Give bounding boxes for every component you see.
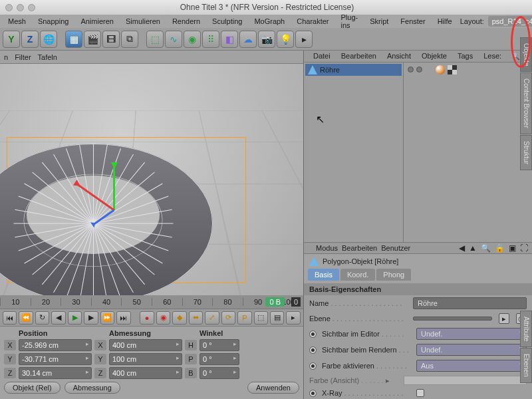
layout-selector[interactable]: psd_R14_c4d (Benutzer) — [488, 16, 532, 27]
goto-end-button[interactable]: ⏭ — [116, 311, 130, 325]
xray-radio[interactable] — [309, 390, 317, 397]
deformer-button[interactable]: ◧ — [221, 31, 238, 48]
pos-y-field[interactable]: -30.771 cm — [19, 353, 92, 365]
autokey-button[interactable]: ◉ — [156, 311, 170, 325]
axis-y-button[interactable]: Y — [3, 31, 20, 48]
array-button[interactable]: ⠿ — [202, 31, 219, 48]
objmgr-search-icon[interactable]: 🔍 — [511, 51, 520, 61]
menu-hilfe[interactable]: Hilfe — [432, 16, 458, 27]
key-rot-button[interactable]: ⟳ — [221, 311, 235, 325]
objmgr-menu-ansicht[interactable]: Ansicht — [383, 51, 415, 61]
generator-button[interactable]: ◉ — [184, 31, 201, 48]
vtab-objekte[interactable]: Objekte — [520, 37, 532, 72]
prop-layer-field[interactable] — [413, 317, 492, 321]
light-button[interactable]: 💡 — [277, 31, 294, 48]
tab-phong[interactable]: Phong — [376, 269, 411, 281]
goto-next-key-button[interactable]: ⏩ — [100, 311, 114, 325]
menu-animieren[interactable]: Animieren — [75, 16, 119, 27]
menu-snapping[interactable]: Snapping — [33, 16, 74, 27]
viewport-3d[interactable] — [0, 64, 303, 295]
menu-simulieren[interactable]: Simulieren — [120, 16, 166, 27]
objmgr-menu-tags[interactable]: Tags — [454, 51, 477, 61]
vtab-attribute[interactable]: Attribute — [520, 311, 532, 347]
attr-lock-icon[interactable]: 🔒 — [495, 243, 505, 253]
viewport-menu-n[interactable]: n — [4, 53, 8, 61]
frame-field[interactable]: 0 — [291, 297, 301, 307]
attr-menu-benutzer[interactable]: Benutzer — [381, 244, 410, 252]
attr-nav-up-icon[interactable]: ▲ — [469, 243, 477, 253]
attr-nav-back-icon[interactable]: ◀ — [459, 243, 465, 253]
objmgr-menu-lese[interactable]: Lese: — [479, 51, 505, 61]
record-button[interactable]: ● — [140, 311, 154, 325]
angle-b-field[interactable]: 0 ° — [200, 367, 239, 379]
vtab-struktur[interactable]: Struktur — [520, 135, 532, 170]
objmgr-menu-objekte[interactable]: Objekte — [418, 51, 451, 61]
more-tools-button[interactable]: ▸ — [295, 31, 313, 48]
cube-primitive-button[interactable]: ▦ — [65, 31, 82, 48]
object-row-roehre[interactable]: Röhre — [305, 64, 402, 76]
move-gizmo[interactable] — [73, 170, 153, 250]
axis-z-button[interactable]: Z — [21, 31, 39, 48]
spline-button[interactable]: ∿ — [165, 31, 182, 48]
angle-p-field[interactable]: 0 ° — [200, 353, 239, 365]
menu-fenster[interactable]: Fenster — [395, 16, 430, 27]
tab-koord[interactable]: Koord. — [340, 269, 375, 281]
attr-menu-bearbeiten[interactable]: Bearbeiten — [342, 244, 377, 252]
timeline-ruler[interactable]: 10 20 30 40 50 60 70 80 90 100 0 B 0 — [0, 295, 303, 309]
render-visibility-dot[interactable] — [416, 66, 422, 72]
key-pla-button[interactable]: ⬚ — [254, 311, 268, 325]
tab-basis[interactable]: Basis — [308, 269, 339, 281]
pos-x-field[interactable]: -25.969 cm — [19, 339, 92, 351]
goto-prev-key-button[interactable]: ⏪ — [19, 311, 33, 325]
environment-button[interactable]: ☁ — [239, 31, 257, 48]
gizmo-y-axis[interactable] — [113, 164, 115, 210]
vis-editor-radio[interactable] — [309, 331, 317, 338]
vtab-ebenen[interactable]: Ebenen — [520, 348, 532, 382]
render-view-button[interactable]: 🎬 — [84, 31, 101, 48]
size-z-field[interactable]: 400 cm — [109, 367, 182, 379]
key-selection-button[interactable]: ◆ — [172, 311, 186, 325]
size-x-field[interactable]: 400 cm — [109, 339, 182, 351]
color-enable-radio[interactable] — [309, 362, 317, 370]
vis-render-radio[interactable] — [309, 346, 317, 354]
step-back-button[interactable]: ◀ — [51, 311, 65, 325]
menu-plugins[interactable]: Plug-ins — [336, 12, 364, 31]
prop-vis-editor-field[interactable]: Undef. — [416, 328, 527, 340]
prop-vis-render-field[interactable]: Undef. — [416, 344, 527, 356]
apply-button[interactable]: Anwenden — [247, 382, 299, 394]
camera-button[interactable]: 📷 — [258, 31, 275, 48]
key-param-button[interactable]: P — [237, 311, 251, 325]
key-scale-button[interactable]: ⤢ — [205, 311, 219, 325]
phong-tag-icon[interactable] — [436, 65, 445, 74]
object-manager-tree[interactable]: Röhre — [304, 63, 532, 242]
goto-start-button[interactable]: ⏮ — [3, 311, 17, 325]
render-settings-button[interactable]: 🎞 — [102, 31, 120, 48]
editor-visibility-dot[interactable] — [408, 66, 414, 72]
loop-button[interactable]: ↻ — [35, 311, 49, 325]
gizmo-z-axis[interactable] — [92, 209, 114, 226]
prop-xray-checkbox[interactable] — [416, 389, 424, 397]
prop-color-enable-field[interactable]: Aus — [416, 360, 527, 372]
viewport-menu-filter[interactable]: Filter — [15, 53, 31, 61]
menu-mesh[interactable]: Mesh — [3, 16, 31, 27]
attr-new-icon[interactable]: ▣ — [509, 243, 516, 253]
attr-search-icon[interactable]: 🔍 — [481, 243, 491, 253]
step-fwd-button[interactable]: ▶ — [84, 311, 98, 325]
key-more-button[interactable]: ▸ — [286, 311, 300, 325]
gizmo-x-axis[interactable] — [75, 183, 114, 211]
coord-mode-button[interactable]: Objekt (Rel) — [4, 382, 61, 394]
size-y-field[interactable]: 100 cm — [109, 353, 182, 365]
coord-system-button[interactable]: 🌐 — [40, 31, 57, 48]
angle-h-field[interactable]: 0 ° — [200, 339, 239, 351]
menu-sculpting[interactable]: Sculpting — [207, 16, 247, 27]
play-button[interactable]: ▶ — [68, 311, 82, 325]
menu-skript[interactable]: Skript — [364, 16, 394, 27]
render-region-button[interactable]: ⧉ — [121, 31, 138, 48]
size-mode-button[interactable]: Abmessung — [65, 382, 120, 394]
prop-name-field[interactable]: Röhre — [413, 297, 527, 309]
pos-z-field[interactable]: 30.14 cm — [19, 367, 92, 379]
menu-mograph[interactable]: MoGraph — [249, 16, 290, 27]
layer-picker-icon[interactable]: ▸ — [499, 313, 509, 324]
viewport-menu-tafeln[interactable]: Tafeln — [38, 53, 57, 61]
texture-tag-icon[interactable] — [448, 65, 457, 74]
